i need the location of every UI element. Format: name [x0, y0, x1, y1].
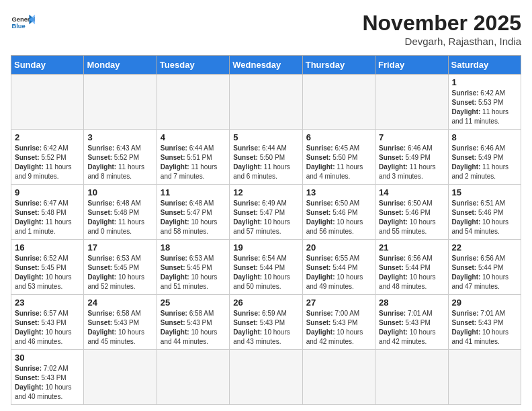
week-row-4: 16Sunrise: 6:52 AMSunset: 5:45 PMDayligh… [11, 240, 521, 295]
day-number: 29 [452, 298, 517, 308]
calendar-cell: 7Sunrise: 6:46 AMSunset: 5:49 PMDaylight… [375, 130, 448, 185]
calendar-cell: 20Sunrise: 6:55 AMSunset: 5:44 PMDayligh… [302, 240, 375, 295]
day-number: 25 [161, 298, 226, 308]
calendar-cell: 11Sunrise: 6:48 AMSunset: 5:47 PMDayligh… [157, 185, 229, 240]
calendar-cell [11, 75, 84, 130]
day-number: 4 [161, 132, 226, 142]
cell-content: Sunrise: 6:50 AMSunset: 5:46 PMDaylight:… [379, 199, 444, 236]
calendar-cell: 12Sunrise: 6:49 AMSunset: 5:47 PMDayligh… [230, 185, 302, 240]
cell-content: Sunrise: 6:56 AMSunset: 5:44 PMDaylight:… [452, 254, 517, 291]
calendar-cell [302, 350, 375, 405]
day-number: 28 [379, 298, 444, 308]
weekday-header-tuesday: Tuesday [157, 56, 229, 75]
day-number: 10 [87, 187, 152, 197]
title-area: November 2025 Devgarh, Rajasthan, India [362, 11, 521, 47]
calendar-cell: 29Sunrise: 7:01 AMSunset: 5:43 PMDayligh… [448, 295, 521, 350]
cell-content: Sunrise: 6:58 AMSunset: 5:43 PMDaylight:… [87, 309, 152, 347]
cell-content: Sunrise: 6:49 AMSunset: 5:47 PMDaylight:… [233, 199, 298, 236]
cell-content: Sunrise: 6:55 AMSunset: 5:44 PMDaylight:… [306, 254, 371, 291]
calendar-cell: 3Sunrise: 6:43 AMSunset: 5:52 PMDaylight… [84, 130, 157, 185]
cell-content: Sunrise: 6:42 AMSunset: 5:53 PMDaylight:… [452, 89, 517, 126]
calendar-cell: 19Sunrise: 6:54 AMSunset: 5:44 PMDayligh… [230, 240, 302, 295]
day-number: 22 [452, 242, 517, 253]
day-number: 11 [161, 187, 226, 197]
week-row-3: 9Sunrise: 6:47 AMSunset: 5:48 PMDaylight… [11, 185, 521, 240]
logo-icon: General Blue [11, 11, 35, 35]
day-number: 15 [452, 187, 517, 197]
calendar-cell: 17Sunrise: 6:53 AMSunset: 5:45 PMDayligh… [84, 240, 157, 295]
cell-content: Sunrise: 6:45 AMSunset: 5:50 PMDaylight:… [306, 144, 371, 181]
logo: General Blue [11, 11, 35, 35]
calendar-cell: 8Sunrise: 6:46 AMSunset: 5:49 PMDaylight… [448, 130, 521, 185]
cell-content: Sunrise: 6:54 AMSunset: 5:44 PMDaylight:… [233, 254, 298, 291]
day-number: 27 [306, 298, 371, 308]
month-title: November 2025 [362, 11, 521, 36]
calendar-cell [448, 350, 521, 405]
calendar-cell: 1Sunrise: 6:42 AMSunset: 5:53 PMDaylight… [448, 75, 521, 130]
weekday-header-sunday: Sunday [11, 56, 84, 75]
day-number: 8 [452, 132, 517, 142]
calendar-cell: 22Sunrise: 6:56 AMSunset: 5:44 PMDayligh… [448, 240, 521, 295]
calendar-cell: 15Sunrise: 6:51 AMSunset: 5:46 PMDayligh… [448, 185, 521, 240]
cell-content: Sunrise: 6:47 AMSunset: 5:48 PMDaylight:… [15, 199, 80, 236]
cell-content: Sunrise: 6:48 AMSunset: 5:48 PMDaylight:… [87, 199, 152, 236]
calendar-cell [84, 350, 157, 405]
day-number: 30 [15, 353, 80, 363]
calendar-cell [230, 75, 302, 130]
day-number: 24 [87, 298, 152, 308]
cell-content: Sunrise: 6:58 AMSunset: 5:43 PMDaylight:… [161, 309, 226, 347]
weekday-header-saturday: Saturday [448, 56, 521, 75]
week-row-2: 2Sunrise: 6:42 AMSunset: 5:52 PMDaylight… [11, 130, 521, 185]
cell-content: Sunrise: 6:52 AMSunset: 5:45 PMDaylight:… [15, 254, 80, 291]
calendar-cell: 28Sunrise: 7:01 AMSunset: 5:43 PMDayligh… [375, 295, 448, 350]
calendar-cell: 25Sunrise: 6:58 AMSunset: 5:43 PMDayligh… [157, 295, 229, 350]
calendar-cell [375, 350, 448, 405]
calendar-cell: 10Sunrise: 6:48 AMSunset: 5:48 PMDayligh… [84, 185, 157, 240]
day-number: 21 [379, 242, 444, 253]
day-number: 6 [306, 132, 371, 142]
day-number: 13 [306, 187, 371, 197]
cell-content: Sunrise: 6:50 AMSunset: 5:46 PMDaylight:… [306, 199, 371, 236]
calendar-body: 1Sunrise: 6:42 AMSunset: 5:53 PMDaylight… [11, 75, 521, 405]
day-number: 9 [15, 187, 80, 197]
calendar-cell: 24Sunrise: 6:58 AMSunset: 5:43 PMDayligh… [84, 295, 157, 350]
weekday-header-wednesday: Wednesday [230, 56, 302, 75]
calendar-table: SundayMondayTuesdayWednesdayThursdayFrid… [11, 55, 521, 405]
day-number: 19 [233, 242, 298, 253]
cell-content: Sunrise: 6:43 AMSunset: 5:52 PMDaylight:… [87, 144, 152, 181]
weekday-header-thursday: Thursday [302, 56, 375, 75]
calendar-cell [157, 75, 229, 130]
calendar-cell [157, 350, 229, 405]
cell-content: Sunrise: 6:42 AMSunset: 5:52 PMDaylight:… [15, 144, 80, 181]
cell-content: Sunrise: 7:01 AMSunset: 5:43 PMDaylight:… [452, 309, 517, 347]
cell-content: Sunrise: 7:01 AMSunset: 5:43 PMDaylight:… [379, 309, 444, 347]
cell-content: Sunrise: 6:51 AMSunset: 5:46 PMDaylight:… [452, 199, 517, 236]
calendar-cell: 2Sunrise: 6:42 AMSunset: 5:52 PMDaylight… [11, 130, 84, 185]
cell-content: Sunrise: 6:46 AMSunset: 5:49 PMDaylight:… [452, 144, 517, 181]
calendar-cell: 21Sunrise: 6:56 AMSunset: 5:44 PMDayligh… [375, 240, 448, 295]
cell-content: Sunrise: 6:59 AMSunset: 5:43 PMDaylight:… [233, 309, 298, 347]
svg-text:Blue: Blue [11, 23, 25, 30]
cell-content: Sunrise: 7:02 AMSunset: 5:43 PMDaylight:… [15, 364, 80, 402]
day-number: 18 [161, 242, 226, 253]
cell-content: Sunrise: 7:00 AMSunset: 5:43 PMDaylight:… [306, 309, 371, 347]
cell-content: Sunrise: 6:56 AMSunset: 5:44 PMDaylight:… [379, 254, 444, 291]
cell-content: Sunrise: 6:53 AMSunset: 5:45 PMDaylight:… [161, 254, 226, 291]
day-number: 23 [15, 298, 80, 308]
cell-content: Sunrise: 6:48 AMSunset: 5:47 PMDaylight:… [161, 199, 226, 236]
calendar-cell [375, 75, 448, 130]
week-row-6: 30Sunrise: 7:02 AMSunset: 5:43 PMDayligh… [11, 350, 521, 405]
calendar-cell [84, 75, 157, 130]
cell-content: Sunrise: 6:46 AMSunset: 5:49 PMDaylight:… [379, 144, 444, 181]
calendar-cell: 16Sunrise: 6:52 AMSunset: 5:45 PMDayligh… [11, 240, 84, 295]
day-number: 5 [233, 132, 298, 142]
calendar-cell [302, 75, 375, 130]
calendar-cell: 23Sunrise: 6:57 AMSunset: 5:43 PMDayligh… [11, 295, 84, 350]
weekday-header-monday: Monday [84, 56, 157, 75]
calendar-cell: 26Sunrise: 6:59 AMSunset: 5:43 PMDayligh… [230, 295, 302, 350]
cell-content: Sunrise: 6:53 AMSunset: 5:45 PMDaylight:… [87, 254, 152, 291]
location: Devgarh, Rajasthan, India [362, 36, 521, 47]
calendar-cell: 13Sunrise: 6:50 AMSunset: 5:46 PMDayligh… [302, 185, 375, 240]
calendar-cell: 30Sunrise: 7:02 AMSunset: 5:43 PMDayligh… [11, 350, 84, 405]
cell-content: Sunrise: 6:44 AMSunset: 5:51 PMDaylight:… [161, 144, 226, 181]
